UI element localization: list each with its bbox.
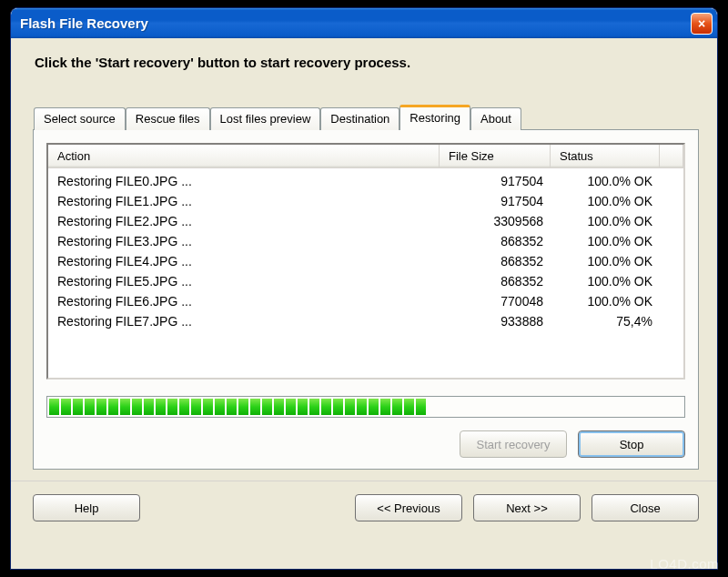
cell-status: 100.0% OK — [551, 292, 660, 310]
cell-action: Restoring FILE7.JPG ... — [48, 312, 440, 330]
cell-status: 100.0% OK — [551, 272, 660, 290]
progress-segment — [238, 399, 248, 415]
progress-segment — [132, 399, 142, 415]
previous-button[interactable]: << Previous — [355, 494, 462, 521]
progress-segment — [369, 399, 379, 415]
bottom-button-bar: Help << Previous Next >> Close — [11, 481, 717, 532]
progress-segment — [357, 399, 367, 415]
cell-status: 100.0% OK — [551, 212, 660, 230]
progress-segment — [167, 399, 177, 415]
cell-status: 100.0% OK — [551, 172, 660, 190]
tabs-container: Select source Rescue files Lost files pr… — [33, 105, 699, 470]
listview-header: Action File Size Status — [48, 145, 683, 168]
cell-size: 3309568 — [440, 212, 551, 230]
progress-segment — [333, 399, 343, 415]
column-header-action[interactable]: Action — [48, 145, 440, 167]
progress-segment — [321, 399, 331, 415]
cell-size: 868352 — [440, 252, 551, 270]
window-title: Flash File Recovery — [20, 15, 691, 31]
table-row[interactable]: Restoring FILE0.JPG ...917504100.0% OK — [48, 171, 683, 191]
cell-size: 917504 — [440, 192, 551, 210]
cell-action: Restoring FILE1.JPG ... — [48, 192, 440, 210]
titlebar[interactable]: Flash File Recovery × — [11, 8, 717, 38]
progress-segment — [227, 399, 237, 415]
progress-segment — [274, 399, 284, 415]
listview-body: Restoring FILE0.JPG ...917504100.0% OKRe… — [48, 168, 683, 331]
table-row[interactable]: Restoring FILE3.JPG ...868352100.0% OK — [48, 231, 683, 251]
cell-status: 75,4% — [551, 312, 660, 330]
progress-bar — [46, 396, 685, 418]
progress-segment — [191, 399, 201, 415]
tab-restoring[interactable]: Restoring — [399, 105, 470, 130]
table-row[interactable]: Restoring FILE7.JPG ...93388875,4% — [48, 311, 683, 331]
content-area: Click the 'Start recovery' button to sta… — [11, 38, 717, 481]
help-button[interactable]: Help — [33, 494, 140, 521]
instruction-text: Click the 'Start recovery' button to sta… — [35, 55, 699, 70]
cell-size: 933888 — [440, 312, 551, 330]
progress-segment — [262, 399, 272, 415]
progress-segment — [380, 399, 390, 415]
cell-action: Restoring FILE0.JPG ... — [48, 172, 440, 190]
progress-segment — [144, 399, 154, 415]
progress-segment — [156, 399, 166, 415]
tab-strip: Select source Rescue files Lost files pr… — [34, 105, 699, 130]
progress-segment — [392, 399, 402, 415]
progress-segment — [250, 399, 260, 415]
tab-panel-restoring: Action File Size Status Restoring FILE0.… — [33, 129, 699, 470]
progress-segment — [73, 399, 83, 415]
progress-segment — [404, 399, 414, 415]
tab-select-source[interactable]: Select source — [34, 107, 126, 130]
tab-lost-files-preview[interactable]: Lost files preview — [210, 107, 321, 130]
cell-size: 868352 — [440, 272, 551, 290]
column-header-status[interactable]: Status — [551, 145, 660, 167]
cell-action: Restoring FILE6.JPG ... — [48, 292, 440, 310]
tab-rescue-files[interactable]: Rescue files — [126, 107, 210, 130]
progress-segment — [286, 399, 296, 415]
stop-button[interactable]: Stop — [578, 430, 685, 458]
progress-segment — [215, 399, 225, 415]
close-button[interactable]: Close — [592, 494, 699, 521]
cell-action: Restoring FILE3.JPG ... — [48, 232, 440, 250]
progress-segment — [96, 399, 106, 415]
app-window: Flash File Recovery × Click the 'Start r… — [10, 7, 718, 570]
cell-size: 770048 — [440, 292, 551, 310]
progress-segment — [108, 399, 118, 415]
progress-segment — [203, 399, 213, 415]
progress-segment — [49, 399, 59, 415]
tab-about[interactable]: About — [470, 107, 521, 130]
table-row[interactable]: Restoring FILE2.JPG ...3309568100.0% OK — [48, 211, 683, 231]
spacer — [151, 494, 344, 521]
cell-action: Restoring FILE2.JPG ... — [48, 212, 440, 230]
progress-segment — [298, 399, 308, 415]
progress-segment — [309, 399, 319, 415]
column-header-size[interactable]: File Size — [440, 145, 551, 167]
column-header-filler — [660, 145, 683, 167]
progress-segment — [345, 399, 355, 415]
cell-size: 917504 — [440, 172, 551, 190]
cell-status: 100.0% OK — [551, 232, 660, 250]
progress-segment — [85, 399, 95, 415]
recovery-listview[interactable]: Action File Size Status Restoring FILE0.… — [46, 143, 685, 380]
table-row[interactable]: Restoring FILE5.JPG ...868352100.0% OK — [48, 271, 683, 291]
panel-button-row: Start recovery Stop — [46, 430, 685, 458]
cell-status: 100.0% OK — [551, 252, 660, 270]
next-button[interactable]: Next >> — [473, 494, 581, 521]
progress-segment — [120, 399, 130, 415]
progress-segment — [416, 399, 426, 415]
table-row[interactable]: Restoring FILE1.JPG ...917504100.0% OK — [48, 191, 683, 211]
cell-status: 100.0% OK — [551, 192, 660, 210]
cell-action: Restoring FILE4.JPG ... — [48, 252, 440, 270]
progress-segment — [179, 399, 189, 415]
cell-action: Restoring FILE5.JPG ... — [48, 272, 440, 290]
cell-size: 868352 — [440, 232, 551, 250]
start-recovery-button: Start recovery — [460, 430, 567, 458]
tab-destination[interactable]: Destination — [320, 107, 399, 130]
table-row[interactable]: Restoring FILE6.JPG ...770048100.0% OK — [48, 291, 683, 311]
close-icon[interactable]: × — [691, 13, 713, 35]
progress-segment — [61, 399, 71, 415]
table-row[interactable]: Restoring FILE4.JPG ...868352100.0% OK — [48, 251, 683, 271]
